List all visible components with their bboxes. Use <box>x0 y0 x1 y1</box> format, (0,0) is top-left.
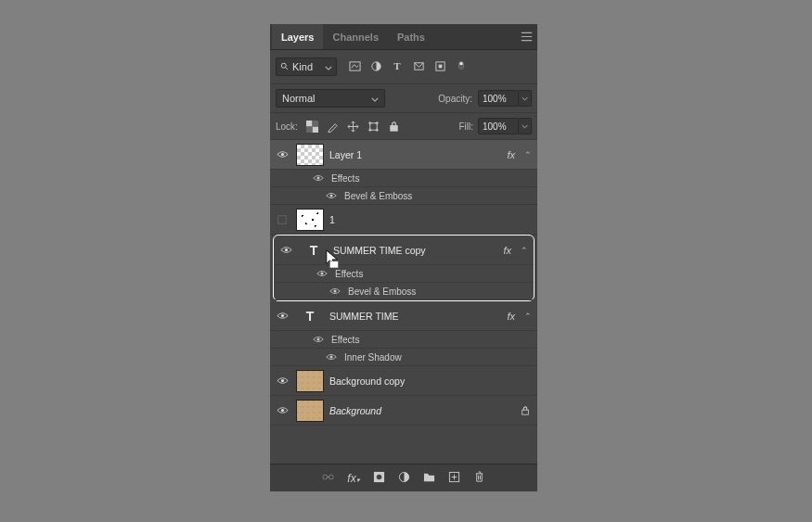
fill-chevron[interactable] <box>519 118 532 134</box>
layers-panel: Layers Channels Paths Kind T <box>270 24 537 491</box>
fill-label[interactable]: Fill: <box>458 121 473 132</box>
visibility-toggle[interactable] <box>311 336 326 343</box>
svg-point-30 <box>376 475 381 480</box>
visibility-toggle[interactable] <box>274 406 290 414</box>
blend-mode-row: Normal Opacity: 100% <box>270 84 537 113</box>
fill-value-input[interactable]: 100% <box>478 118 519 134</box>
svg-point-18 <box>284 248 287 251</box>
adjustment-layer-icon[interactable] <box>398 471 410 485</box>
filter-type-icon[interactable]: T <box>391 60 404 73</box>
layer-row-background[interactable]: Background <box>270 396 537 426</box>
filter-adjustment-icon[interactable] <box>369 60 382 73</box>
filter-toggle-icon[interactable] <box>455 60 468 73</box>
layer-style-icon[interactable]: fx▾ <box>347 472 359 485</box>
chevron-down-icon <box>325 61 332 72</box>
visibility-toggle[interactable] <box>274 376 290 385</box>
layer-thumbnail[interactable] <box>296 144 324 166</box>
tab-layers[interactable]: Layers <box>272 24 323 49</box>
fx-indicator[interactable]: fx <box>507 311 515 322</box>
effect-name: Bevel & Emboss <box>348 286 416 297</box>
layer-filter-row: Kind T <box>270 50 537 84</box>
visibility-toggle[interactable] <box>311 174 326 182</box>
layer-thumbnail[interactable] <box>296 370 324 392</box>
layer-name-label[interactable]: Background copy <box>329 376 405 387</box>
fx-indicator[interactable]: fx <box>507 149 515 160</box>
visibility-toggle[interactable] <box>274 214 290 225</box>
svg-point-21 <box>280 314 283 317</box>
layer-row-summer-time-copy[interactable]: T SUMMER TIME copy fx ⌃ <box>274 236 534 265</box>
layer-mask-icon[interactable] <box>373 471 385 485</box>
visibility-toggle[interactable] <box>274 312 290 320</box>
visibility-toggle[interactable] <box>315 270 329 277</box>
visibility-toggle[interactable] <box>324 192 339 199</box>
layer-row-background-copy[interactable]: Background copy <box>270 366 537 396</box>
svg-point-24 <box>280 379 283 382</box>
effect-bevel-emboss-row[interactable]: Bevel & Emboss <box>274 283 534 300</box>
visibility-toggle[interactable] <box>277 246 294 254</box>
layer-name-label[interactable]: Layer 1 <box>329 149 362 160</box>
panel-bottom-toolbar: fx▾ <box>270 464 537 491</box>
type-layer-icon: T <box>296 309 324 324</box>
lock-pixels-icon[interactable] <box>327 121 339 133</box>
svg-point-19 <box>321 273 324 275</box>
visibility-toggle[interactable] <box>328 287 342 295</box>
opacity-value-input[interactable]: 100% <box>478 90 519 107</box>
group-layers-icon[interactable] <box>423 471 435 485</box>
drag-drop-target-box: T SUMMER TIME copy fx ⌃ Effects Bevel & … <box>273 235 535 301</box>
chevron-down-icon <box>371 93 379 104</box>
layer-name-label[interactable]: SUMMER TIME <box>329 311 398 322</box>
layer-name-label[interactable]: Background <box>329 405 381 416</box>
svg-point-7 <box>459 62 462 65</box>
filter-pixel-icon[interactable] <box>348 60 361 73</box>
lock-transparency-icon[interactable] <box>306 121 318 133</box>
svg-point-15 <box>317 177 320 180</box>
visibility-toggle[interactable] <box>324 353 339 361</box>
layer-name-label[interactable]: SUMMER TIME copy <box>333 245 426 256</box>
svg-point-25 <box>280 409 283 412</box>
layer-name-label[interactable]: 1 <box>329 214 335 225</box>
svg-rect-26 <box>522 410 529 414</box>
layer-thumbnail[interactable] <box>296 400 324 422</box>
opacity-chevron[interactable] <box>519 90 532 107</box>
layers-list: Layer 1 fx ⌃ Effects Bevel & Emboss 1 <box>270 140 537 464</box>
blend-mode-value: Normal <box>282 93 315 104</box>
effect-name: Bevel & Emboss <box>344 191 412 201</box>
lock-position-icon[interactable] <box>347 121 359 133</box>
filter-smart-icon[interactable] <box>433 60 446 73</box>
svg-point-14 <box>280 153 283 156</box>
visibility-toggle[interactable] <box>274 150 290 159</box>
effects-header-row[interactable]: Effects <box>270 331 537 349</box>
layer-row-1[interactable]: 1 <box>270 205 537 235</box>
effects-label: Effects <box>335 269 363 279</box>
fx-indicator[interactable]: fx <box>503 245 511 256</box>
svg-point-22 <box>317 338 320 341</box>
filter-shape-icon[interactable] <box>412 60 425 73</box>
fx-collapse-chevron[interactable]: ⌃ <box>524 150 532 159</box>
new-layer-icon[interactable] <box>448 471 460 485</box>
svg-point-16 <box>330 195 333 197</box>
effect-bevel-emboss-row[interactable]: Bevel & Emboss <box>270 187 537 205</box>
blend-mode-select[interactable]: Normal <box>276 89 385 108</box>
panel-tab-bar: Layers Channels Paths <box>270 24 537 50</box>
effects-header-row[interactable]: Effects <box>274 265 534 283</box>
delete-layer-icon[interactable] <box>473 471 485 485</box>
tab-paths[interactable]: Paths <box>388 24 434 49</box>
link-layers-icon[interactable] <box>322 471 334 485</box>
tab-channels[interactable]: Channels <box>323 24 388 49</box>
panel-menu-button[interactable] <box>515 24 537 49</box>
lock-artboard-icon[interactable] <box>367 121 380 133</box>
lock-row: Lock: Fill: 100% <box>270 113 537 140</box>
lock-icon[interactable] <box>521 405 534 416</box>
layer-row-summer-time[interactable]: T SUMMER TIME fx ⌃ <box>270 301 537 331</box>
layer-row-layer1[interactable]: Layer 1 fx ⌃ <box>270 140 537 170</box>
effects-header-row[interactable]: Effects <box>270 170 537 187</box>
svg-rect-9 <box>312 126 318 133</box>
layer-thumbnail[interactable] <box>296 209 324 231</box>
effect-inner-shadow-row[interactable]: Inner Shadow <box>270 349 537 366</box>
svg-rect-13 <box>391 125 397 131</box>
filter-kind-select[interactable]: Kind <box>276 57 337 76</box>
opacity-label[interactable]: Opacity: <box>438 94 472 104</box>
fx-collapse-chevron[interactable]: ⌃ <box>521 246 528 255</box>
lock-all-icon[interactable] <box>388 121 400 133</box>
fx-collapse-chevron[interactable]: ⌃ <box>524 312 532 321</box>
